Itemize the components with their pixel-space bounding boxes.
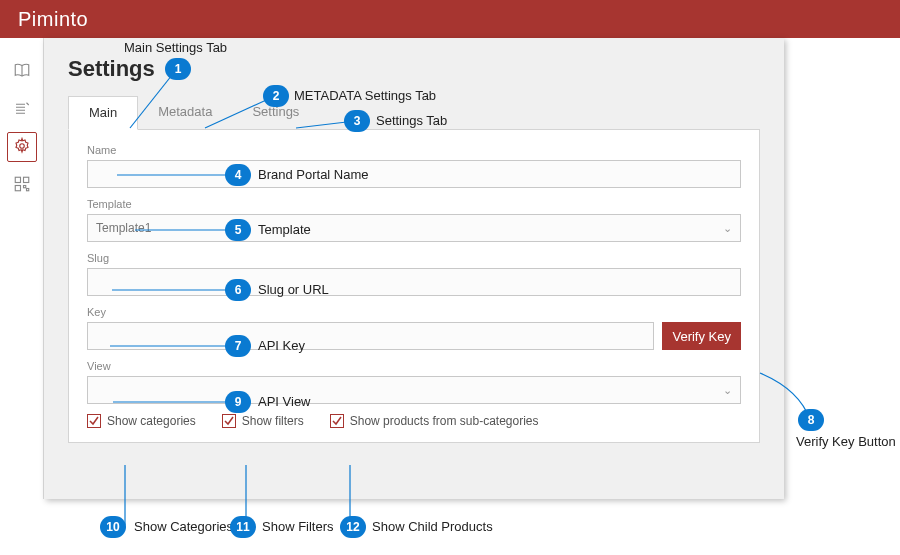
tab-metadata[interactable]: Metadata bbox=[138, 96, 232, 129]
chk-label-filters: Show filters bbox=[242, 414, 304, 428]
svg-rect-2 bbox=[23, 177, 28, 182]
key-input[interactable] bbox=[87, 322, 654, 350]
callout-12: 12 bbox=[340, 516, 366, 538]
pages-icon bbox=[13, 99, 31, 120]
label-key: Key bbox=[87, 306, 741, 318]
svg-rect-5 bbox=[26, 188, 28, 190]
callout-8: 8 bbox=[798, 409, 824, 431]
app-logo: Piminto bbox=[18, 8, 88, 31]
tabbar: Main Metadata Settings bbox=[68, 96, 760, 130]
callout-12-text: Show Child Products bbox=[372, 519, 493, 534]
template-select[interactable]: Template1 ⌄ bbox=[87, 214, 741, 242]
callout-11-text: Show Filters bbox=[262, 519, 334, 534]
callout-11: 11 bbox=[230, 516, 256, 538]
callout-8-text: Verify Key Button bbox=[796, 434, 896, 449]
template-value: Template1 bbox=[96, 221, 151, 235]
page-title: Settings bbox=[68, 56, 760, 82]
callout-10: 10 bbox=[100, 516, 126, 538]
chevron-down-icon: ⌄ bbox=[723, 384, 732, 397]
settings-page: Settings Main Metadata Settings Name Tem… bbox=[44, 38, 784, 499]
sidebar-item-pages[interactable] bbox=[7, 94, 37, 124]
app-header: Piminto bbox=[0, 0, 900, 38]
chevron-down-icon: ⌄ bbox=[723, 222, 732, 235]
label-name: Name bbox=[87, 144, 741, 156]
checkbox-show-categories[interactable]: Show categories bbox=[87, 414, 196, 428]
checkbox-show-filters[interactable]: Show filters bbox=[222, 414, 304, 428]
verify-key-button[interactable]: Verify Key bbox=[662, 322, 741, 350]
view-select[interactable]: ⌄ bbox=[87, 376, 741, 404]
checkbox-show-subproducts[interactable]: Show products from sub-categories bbox=[330, 414, 539, 428]
callout-10-text: Show Categories bbox=[134, 519, 233, 534]
svg-rect-4 bbox=[23, 185, 25, 187]
label-template: Template bbox=[87, 198, 741, 210]
sidebar bbox=[0, 38, 44, 499]
sidebar-item-settings[interactable] bbox=[7, 132, 37, 162]
chk-label-subproducts: Show products from sub-categories bbox=[350, 414, 539, 428]
sidebar-item-book[interactable] bbox=[7, 56, 37, 86]
label-slug: Slug bbox=[87, 252, 741, 264]
svg-point-0 bbox=[19, 143, 24, 148]
slug-input[interactable] bbox=[87, 268, 741, 296]
gear-icon bbox=[13, 137, 31, 158]
label-view: View bbox=[87, 360, 741, 372]
qr-icon bbox=[13, 175, 31, 196]
main-panel: Name Template Template1 ⌄ Slug Key Verif… bbox=[68, 130, 760, 443]
svg-rect-1 bbox=[15, 177, 20, 182]
chk-label-categories: Show categories bbox=[107, 414, 196, 428]
tab-settings[interactable]: Settings bbox=[232, 96, 319, 129]
svg-rect-3 bbox=[15, 185, 20, 190]
book-icon bbox=[13, 61, 31, 82]
name-input[interactable] bbox=[87, 160, 741, 188]
sidebar-item-qr[interactable] bbox=[7, 170, 37, 200]
tab-main[interactable]: Main bbox=[68, 96, 138, 130]
